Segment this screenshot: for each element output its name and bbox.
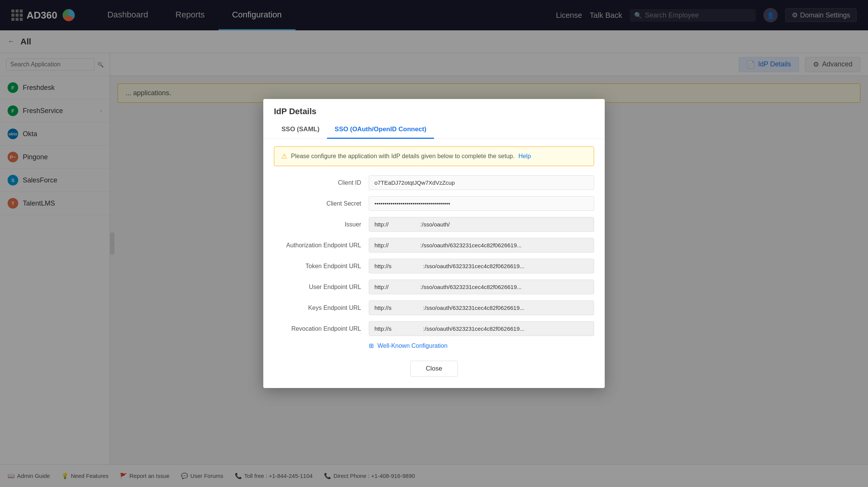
user-endpoint-input[interactable] (369, 280, 594, 294)
close-button[interactable]: Close (410, 361, 458, 377)
modal-body: ⚠ Please configure the application with … (263, 139, 605, 357)
warning-text: Please configure the application with Id… (291, 153, 514, 160)
tab-sso-oauth[interactable]: SSO (OAuth/OpenID Connect) (327, 121, 434, 139)
modal-title: IdP Details (274, 107, 594, 116)
idp-details-modal: IdP Details SSO (SAML) SSO (OAuth/OpenID… (263, 99, 605, 388)
form-row-keys-endpoint: Keys Endpoint URL (274, 300, 594, 315)
tab-sso-saml[interactable]: SSO (SAML) (274, 121, 327, 139)
modal-tabs: SSO (SAML) SSO (OAuth/OpenID Connect) (274, 121, 594, 138)
user-endpoint-label: User Endpoint URL (274, 284, 361, 291)
well-known-config-link[interactable]: ⊞ Well-Known Configuration (369, 342, 594, 349)
help-link[interactable]: Help (518, 153, 531, 160)
issuer-input[interactable] (369, 217, 594, 232)
form-row-issuer: Issuer (274, 217, 594, 232)
form-row-client-secret: Client Secret (274, 196, 594, 211)
form-row-user-endpoint: User Endpoint URL (274, 280, 594, 294)
warning-banner: ⚠ Please configure the application with … (274, 146, 594, 166)
token-endpoint-label: Token Endpoint URL (274, 263, 361, 270)
client-secret-label: Client Secret (274, 200, 361, 207)
config-icon: ⊞ (369, 342, 374, 349)
keys-endpoint-label: Keys Endpoint URL (274, 305, 361, 311)
client-id-input[interactable] (369, 175, 594, 190)
issuer-label: Issuer (274, 221, 361, 228)
auth-endpoint-label: Authorization Endpoint URL (274, 242, 361, 249)
modal-footer: Close (263, 357, 605, 377)
client-secret-input[interactable] (369, 196, 594, 211)
form-row-token-endpoint: Token Endpoint URL (274, 259, 594, 273)
token-endpoint-input[interactable] (369, 259, 594, 273)
form-row-auth-endpoint: Authorization Endpoint URL (274, 238, 594, 253)
client-id-label: Client ID (274, 179, 361, 186)
revocation-endpoint-label: Revocation Endpoint URL (274, 325, 361, 332)
revocation-endpoint-input[interactable] (369, 321, 594, 336)
form-row-revocation-endpoint: Revocation Endpoint URL (274, 321, 594, 336)
auth-endpoint-input[interactable] (369, 238, 594, 253)
warning-icon: ⚠ (281, 152, 287, 160)
modal-header: IdP Details SSO (SAML) SSO (OAuth/OpenID… (263, 99, 605, 139)
keys-endpoint-input[interactable] (369, 300, 594, 315)
form-row-client-id: Client ID (274, 175, 594, 190)
